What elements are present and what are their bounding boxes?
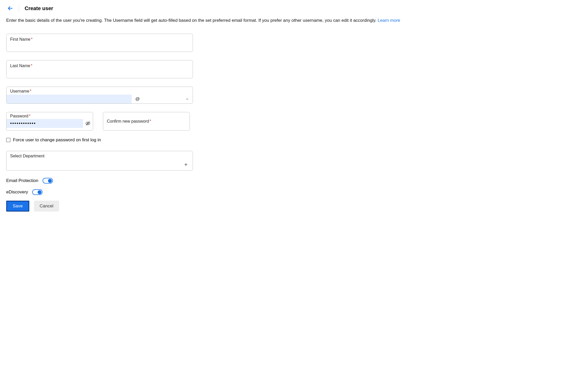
force-change-checkbox[interactable] (6, 138, 10, 142)
required-icon: * (30, 89, 31, 93)
password-label: Password (10, 114, 28, 118)
domain-select[interactable] (143, 95, 193, 103)
ediscovery-toggle[interactable] (32, 189, 43, 195)
password-field: Password* (6, 112, 93, 131)
intro-text: Enter the basic details of the user you'… (6, 17, 578, 24)
required-icon: * (31, 37, 32, 41)
at-sign: @ (132, 96, 143, 102)
email-protection-row: Email Protection (6, 178, 193, 184)
toggle-knob-icon (48, 179, 52, 183)
confirm-password-label: Confirm new password (107, 119, 149, 124)
force-change-label: Force user to change password on first l… (13, 137, 101, 143)
required-icon: * (29, 114, 30, 118)
toggle-knob-icon (38, 190, 41, 194)
email-protection-toggle[interactable] (43, 178, 53, 184)
last-name-label: Last Name (10, 64, 30, 68)
department-field[interactable]: Select Department + (6, 151, 193, 171)
toggle-password-visibility-button[interactable] (83, 119, 93, 128)
password-input[interactable] (6, 119, 83, 128)
ediscovery-label: eDiscovery (6, 190, 28, 195)
page-title: Create user (25, 5, 53, 11)
chevron-down-icon (185, 97, 189, 101)
username-label: Username (10, 89, 29, 93)
form-buttons: Save Cancel (6, 201, 193, 212)
department-label: Select Department (10, 154, 45, 158)
header-divider (19, 5, 19, 12)
arrow-left-icon (7, 5, 13, 11)
back-button[interactable] (6, 4, 15, 12)
required-icon: * (31, 64, 32, 68)
save-button[interactable]: Save (6, 201, 29, 212)
add-department-button[interactable]: + (183, 162, 189, 168)
eye-off-icon (85, 121, 91, 126)
required-icon: * (150, 119, 151, 124)
first-name-field[interactable]: First Name* (6, 34, 193, 52)
ediscovery-row: eDiscovery (6, 189, 193, 195)
cancel-button[interactable]: Cancel (34, 201, 59, 212)
force-change-row: Force user to change password on first l… (6, 137, 193, 143)
create-user-form: First Name* Last Name* Username* @ (6, 34, 193, 212)
last-name-field[interactable]: Last Name* (6, 60, 193, 78)
username-input[interactable] (6, 95, 132, 103)
plus-icon: + (184, 161, 188, 168)
username-field: Username* @ (6, 87, 193, 104)
first-name-label: First Name (10, 37, 30, 41)
page-header: Create user (6, 4, 578, 12)
learn-more-link[interactable]: Learn more (378, 18, 400, 23)
email-protection-label: Email Protection (6, 178, 38, 183)
confirm-password-field[interactable]: Confirm new password* (103, 112, 190, 131)
intro-body: Enter the basic details of the user you'… (6, 18, 378, 23)
